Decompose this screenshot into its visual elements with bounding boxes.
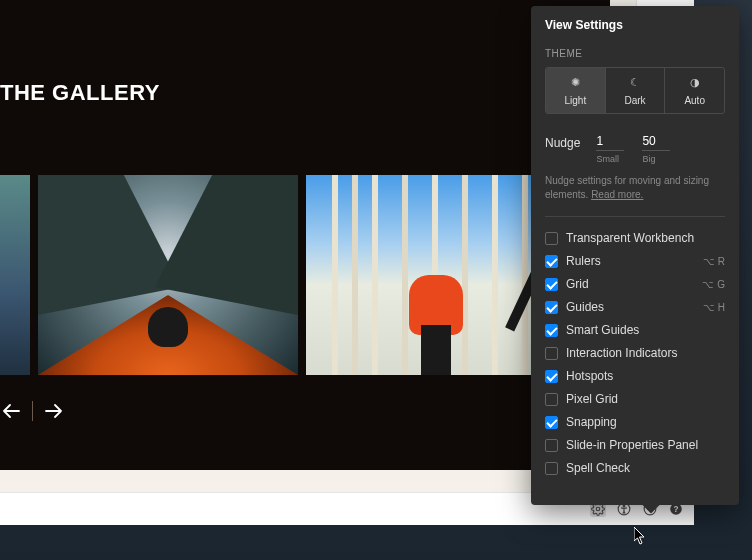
theme-section-label: THEME bbox=[545, 48, 725, 59]
next-arrow-button[interactable] bbox=[43, 400, 65, 422]
checkbox[interactable] bbox=[545, 416, 558, 429]
page-title: THE GALLERY bbox=[0, 80, 160, 106]
view-option-row[interactable]: Transparent Workbench bbox=[545, 231, 725, 245]
view-option-row[interactable]: Rulers⌥ R bbox=[545, 254, 725, 268]
view-option-row[interactable]: Interaction Indicators bbox=[545, 346, 725, 360]
checkbox[interactable] bbox=[545, 301, 558, 314]
option-label: Spell Check bbox=[566, 461, 725, 475]
sun-icon: ✺ bbox=[546, 76, 605, 89]
checkbox[interactable] bbox=[545, 232, 558, 245]
view-option-row[interactable]: Smart Guides bbox=[545, 323, 725, 337]
nudge-description: Nudge settings for moving and sizing ele… bbox=[545, 174, 725, 202]
divider bbox=[32, 401, 33, 421]
gallery-image[interactable] bbox=[306, 175, 566, 375]
design-canvas[interactable]: THE GALLERY bbox=[0, 0, 610, 470]
option-label: Rulers bbox=[566, 254, 695, 268]
checkbox[interactable] bbox=[545, 347, 558, 360]
option-label: Slide-in Properties Panel bbox=[566, 438, 725, 452]
nudge-small-caption: Small bbox=[596, 154, 624, 164]
read-more-link[interactable]: Read more. bbox=[591, 189, 643, 200]
nudge-small-input[interactable]: 1 bbox=[596, 134, 624, 151]
view-option-row[interactable]: Hotspots bbox=[545, 369, 725, 383]
view-options-list: Transparent WorkbenchRulers⌥ RGrid⌥ GGui… bbox=[545, 231, 725, 475]
nudge-label: Nudge bbox=[545, 134, 580, 150]
view-settings-panel: View Settings THEME ✺ Light ☾ Dark ◑ Aut… bbox=[531, 6, 739, 505]
nudge-row: Nudge 1 Small 50 Big bbox=[545, 134, 725, 164]
view-option-row[interactable]: Slide-in Properties Panel bbox=[545, 438, 725, 452]
theme-label: Auto bbox=[684, 95, 705, 106]
view-option-row[interactable]: Grid⌥ G bbox=[545, 277, 725, 291]
half-moon-icon: ◑ bbox=[665, 76, 724, 89]
option-label: Transparent Workbench bbox=[566, 231, 725, 245]
view-option-row[interactable]: Pixel Grid bbox=[545, 392, 725, 406]
moon-icon: ☾ bbox=[606, 76, 665, 89]
view-option-row[interactable]: Snapping bbox=[545, 415, 725, 429]
theme-light-button[interactable]: ✺ Light bbox=[546, 68, 606, 113]
checkbox[interactable] bbox=[545, 278, 558, 291]
checkbox[interactable] bbox=[545, 370, 558, 383]
gallery-image[interactable] bbox=[0, 175, 30, 375]
checkbox[interactable] bbox=[545, 255, 558, 268]
gallery-nav bbox=[0, 400, 65, 422]
checkbox[interactable] bbox=[545, 462, 558, 475]
gallery-image[interactable] bbox=[38, 175, 298, 375]
theme-selector: ✺ Light ☾ Dark ◑ Auto bbox=[545, 67, 725, 114]
option-label: Smart Guides bbox=[566, 323, 725, 337]
divider bbox=[545, 216, 725, 217]
svg-point-2 bbox=[623, 505, 625, 507]
option-label: Grid bbox=[566, 277, 694, 291]
view-option-row[interactable]: Spell Check bbox=[545, 461, 725, 475]
keyboard-shortcut: ⌥ G bbox=[702, 279, 725, 290]
svg-text:?: ? bbox=[674, 505, 679, 514]
option-label: Hotspots bbox=[566, 369, 725, 383]
option-label: Snapping bbox=[566, 415, 725, 429]
keyboard-shortcut: ⌥ R bbox=[703, 256, 725, 267]
theme-dark-button[interactable]: ☾ Dark bbox=[606, 68, 666, 113]
keyboard-shortcut: ⌥ H bbox=[703, 302, 725, 313]
panel-title: View Settings bbox=[545, 18, 725, 32]
checkbox[interactable] bbox=[545, 393, 558, 406]
option-label: Pixel Grid bbox=[566, 392, 725, 406]
prev-arrow-button[interactable] bbox=[0, 400, 22, 422]
theme-label: Dark bbox=[624, 95, 645, 106]
svg-point-0 bbox=[596, 507, 600, 511]
view-option-row[interactable]: Guides⌥ H bbox=[545, 300, 725, 314]
option-label: Interaction Indicators bbox=[566, 346, 725, 360]
option-label: Guides bbox=[566, 300, 695, 314]
checkbox[interactable] bbox=[545, 439, 558, 452]
theme-label: Light bbox=[564, 95, 586, 106]
theme-auto-button[interactable]: ◑ Auto bbox=[665, 68, 724, 113]
nudge-big-input[interactable]: 50 bbox=[642, 134, 670, 151]
nudge-big-caption: Big bbox=[642, 154, 670, 164]
checkbox[interactable] bbox=[545, 324, 558, 337]
